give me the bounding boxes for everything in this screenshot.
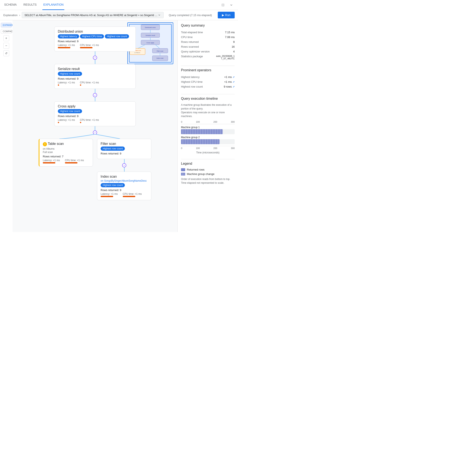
svg-text:Index scan: Index scan	[157, 58, 164, 59]
connector-fs-is	[122, 159, 126, 172]
breadcrumb-label: Explanation	[3, 14, 18, 17]
latency-label-2: Latency: <1 ms	[58, 81, 75, 84]
filter-scan-node: Filter scan Highest row count Rows retur…	[97, 139, 151, 159]
breadcrumb-bar: Explanation › SELECT al.AlbumTitle, so.S…	[0, 10, 238, 20]
badge-highest-cpu: Highest CPU time	[80, 34, 104, 39]
timeline-description: A machine group illustrates the executio…	[181, 103, 235, 118]
axis-bot-300: 300	[231, 147, 235, 149]
execution-timeline-section: Query execution timeline A machine group…	[181, 97, 235, 154]
metric-latency-ts: Latency: <1 ms	[43, 159, 60, 164]
filter-scan-title: Filter scan	[101, 142, 148, 146]
link-icon-1[interactable]: ⇗	[233, 80, 235, 83]
machine-group-2-bar-bg	[181, 139, 235, 144]
branch-connector	[43, 126, 147, 139]
summary-row-2: Rows returned 9	[181, 39, 235, 44]
summary-row-5: Statistics package auto_20230608_17_57_4…	[181, 54, 235, 61]
filter-scan-badges: Highest row count	[101, 146, 148, 151]
latency-bar-2	[58, 84, 59, 86]
zoom-out-button[interactable]: −	[3, 43, 9, 49]
index-scan-rows: Rows returned: 9	[101, 189, 148, 192]
prominent-operators-section: Prominent operators Highest latency <1 m…	[181, 68, 235, 89]
table-scan-subtitle1: on Albums	[43, 147, 89, 150]
badge-highest-rows-2: Highest row count	[58, 72, 82, 76]
badge-highest-latency: Highest latency	[58, 34, 79, 39]
compact-view-button[interactable]: COMPACT	[1, 29, 12, 34]
divider-3	[181, 159, 235, 159]
index-scan-badges: Highest row count	[101, 183, 148, 187]
top-tabs-bar: SCHEMA RESULTS EXPLANATION	[0, 0, 238, 10]
metric-cpu-3: CPU time: <1 ms	[80, 118, 99, 123]
branches-row: ! Table scan on Albums Full scan Rows re…	[39, 139, 151, 200]
zoom-in-button[interactable]: +	[3, 35, 9, 41]
cpu-bar-1	[80, 47, 93, 48]
expanded-view-button[interactable]: EXPANDED	[1, 23, 12, 27]
tab-explanation[interactable]: EXPLANATION	[42, 0, 64, 10]
serialize-result-title: Serialize result	[58, 67, 132, 71]
badge-highest-rows-1: Highest row count	[105, 34, 129, 39]
timeline-chart: 0 100 200 300 Machine group 1 Machine gr…	[181, 121, 235, 154]
link-icon-2[interactable]: ⇗	[233, 85, 235, 88]
cross-apply-node: Cross apply Highest row count Rows retur…	[54, 101, 136, 126]
table-scan-metrics: Latency: <1 ms CPU time: <1 ms	[43, 159, 89, 164]
fullscreen-icon[interactable]	[220, 2, 226, 8]
distributed-union-node: Distributed union Highest latency Highes…	[54, 27, 136, 51]
metric-cpu-ts: CPU time: <1 ms	[65, 159, 84, 164]
legend-section: Legend Returned rows Machine group chang…	[181, 162, 235, 185]
filter-scan-rows: Rows returned: 9	[101, 152, 148, 155]
svg-text:Filter scan: Filter scan	[157, 50, 163, 52]
index-scan-subtitle: on SongsBySingerAlbumSongNameDesc	[101, 179, 148, 182]
latency-bar-3	[58, 122, 59, 123]
connector-2	[93, 89, 97, 101]
svg-text:on Albums: on Albums	[134, 52, 140, 53]
table-scan-subtitle2: Full scan	[43, 151, 89, 154]
cross-apply-title: Cross apply	[58, 105, 132, 108]
latency-label-is: Latency: <1 ms	[101, 193, 118, 195]
index-scan-metrics: Latency: <1 ms CPU time: <1 ms	[101, 193, 148, 197]
cpu-label-2: CPU time: <1 ms	[80, 81, 99, 84]
diagram-area[interactable]: Distributed union Serialize result Cross…	[12, 20, 177, 232]
latency-bar-1	[58, 47, 70, 48]
tabs-right	[220, 2, 235, 8]
query-summary-title: Query summary	[181, 24, 235, 27]
main-layout: EXPANDED COMPACT + − ↺ Distributed union…	[0, 20, 238, 232]
warning-icon: !	[43, 142, 47, 146]
breadcrumb-arrow-icon: ›	[19, 14, 20, 17]
axis-0: 0	[181, 121, 182, 123]
distributed-union-metrics: Latency: <1 ms CPU time: <1 ms	[58, 44, 132, 48]
legend-machine-group-icon	[181, 173, 185, 175]
latency-bar-ts	[43, 162, 55, 164]
link-icon-0[interactable]: ⇗	[233, 76, 235, 78]
machine-group-1-row: Machine group 1	[181, 126, 235, 134]
summary-row-0: Total elapsed time 7.15 ms	[181, 30, 235, 35]
cross-apply-metrics: Latency: <1 ms CPU time: <1 ms	[58, 118, 132, 123]
expand-icon[interactable]	[228, 2, 235, 8]
tab-schema[interactable]: SCHEMA	[3, 0, 18, 10]
tab-results[interactable]: RESULTS	[23, 0, 37, 10]
table-scan-rows: Rows returned: 7	[43, 155, 89, 158]
axis-bot-100: 100	[196, 147, 200, 149]
svg-line-9	[156, 45, 160, 48]
legend-returned-rows-icon	[181, 168, 185, 171]
machine-group-1-label: Machine group 1	[181, 126, 235, 129]
legend-note: Order of execution reads from bottom to …	[181, 177, 235, 185]
legend-title: Legend	[181, 162, 235, 165]
latency-label-1: Latency: <1 ms	[58, 44, 75, 47]
query-selector[interactable]: SELECT al.AlbumTitle, so.SongName FROM A…	[22, 12, 164, 18]
query-summary-section: Query summary Total elapsed time 7.15 ms…	[181, 24, 235, 61]
svg-text:Serialize result: Serialize result	[146, 35, 155, 36]
left-controls: EXPANDED COMPACT + − ↺	[0, 20, 12, 232]
axis-100: 100	[196, 121, 200, 123]
cpu-bar-2	[80, 84, 81, 86]
axis-300: 300	[231, 121, 235, 123]
latency-label-ts: Latency: <1 ms	[43, 159, 60, 162]
table-scan-node: ! Table scan on Albums Full scan Rows re…	[39, 139, 93, 167]
run-button[interactable]: ▶ Run	[218, 12, 235, 18]
cpu-label-3: CPU time: <1 ms	[80, 118, 99, 121]
cpu-label-ts: CPU time: <1 ms	[65, 159, 84, 162]
badge-highest-rows-fs: Highest row count	[101, 146, 125, 151]
badge-highest-rows-is: Highest row count	[101, 183, 125, 187]
timeline-x-label: Time (microseconds)	[181, 151, 235, 154]
query-status: Query completed (7.15 ms elapsed)	[169, 14, 212, 17]
reset-view-button[interactable]: ↺	[3, 50, 9, 56]
divider-1	[181, 66, 235, 66]
